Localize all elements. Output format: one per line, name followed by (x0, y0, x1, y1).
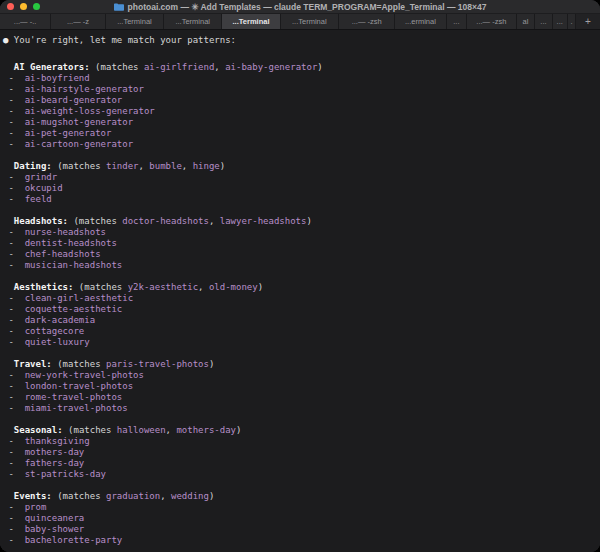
list-item: - miami-travel-photos (3, 403, 594, 414)
list-item: - grindr (3, 172, 594, 183)
tab-label: al (521, 17, 531, 26)
tab-terminal[interactable]: ...— -zsh (339, 14, 395, 29)
tab-terminal[interactable]: ... (447, 14, 468, 29)
matches-label: (matches (52, 359, 106, 369)
tab-terminal[interactable]: ...erminal (395, 14, 446, 29)
list-item: - chef-headshots (3, 249, 594, 260)
list-item: - rome-travel-photos (3, 392, 594, 403)
tab-label: ... (451, 17, 461, 26)
match-pattern: ai-baby-generator (225, 62, 317, 72)
list-marker: - (3, 326, 25, 336)
list-item-text: baby-shower (25, 524, 85, 534)
list-item: - ai-pet-generator (3, 128, 594, 139)
list-item: - thanksgiving (3, 436, 594, 447)
list-item-text: ai-hairstyle-generator (25, 84, 144, 94)
match-pattern: hinge (193, 161, 220, 171)
tab-label: ...Terminal (290, 17, 329, 26)
list-marker: - (3, 238, 25, 248)
tab-terminal[interactable]: al (517, 14, 536, 29)
tab-label: . (568, 17, 574, 26)
list-item: - fathers-day (3, 458, 594, 469)
list-item-text: ai-boyfriend (25, 73, 90, 83)
match-pattern: halloween (117, 425, 166, 435)
tab-terminal[interactable]: ... (535, 14, 552, 29)
intro-text: You're right, let me match your patterns… (14, 35, 236, 45)
category-section: Seasonal: (matches halloween, mothers-da… (3, 425, 594, 480)
list-item: - baby-shower (3, 524, 594, 535)
list-item-text: feeld (25, 194, 52, 204)
match-pattern: ai-girlfriend (144, 62, 214, 72)
list-marker: - (3, 524, 25, 534)
list-item-text: miami-travel-photos (25, 403, 128, 413)
tab-label: ...— -z (65, 17, 91, 26)
minimize-button[interactable] (20, 3, 27, 10)
list-item: - ai-hairstyle-generator (3, 84, 594, 95)
section-header: Dating: (matches tinder, bumble, hinge) (3, 161, 594, 172)
list-item-text: fathers-day (25, 458, 85, 468)
tab-terminal[interactable]: ...— -zsh (467, 14, 516, 29)
list-item-text: okcupid (25, 183, 63, 193)
list-item: - okcupid (3, 183, 594, 194)
list-item: - cottagecore (3, 326, 594, 337)
list-marker: - (3, 469, 25, 479)
tab-label: ...— -zsh (350, 17, 384, 26)
tab-bar: ...— -.....— -z...Terminal...Terminal...… (0, 14, 600, 30)
match-pattern: tinder (106, 161, 139, 171)
tab-terminal[interactable]: ...Terminal (281, 14, 339, 29)
zoom-button[interactable] (33, 3, 40, 10)
terminal-content[interactable]: ● You're right, let me match your patter… (0, 30, 600, 552)
list-marker: - (3, 183, 25, 193)
list-item-text: mothers-day (25, 447, 85, 457)
tab-terminal[interactable]: ...— -z (51, 14, 106, 29)
list-item: - bachelorette-party (3, 535, 594, 546)
list-marker: - (3, 447, 25, 457)
list-item-text: dark-academia (25, 315, 95, 325)
list-item-text: london-travel-photos (25, 381, 133, 391)
list-item-text: bachelorette-party (25, 535, 123, 545)
list-item-text: quinceanera (25, 513, 85, 523)
matches-label: (matches (73, 282, 127, 292)
list-item-text: ai-weight-loss-generator (25, 106, 155, 116)
category-section: Aesthetics: (matches y2k-aesthetic, old-… (3, 282, 594, 348)
section-title: Headshots: (14, 216, 68, 226)
tab-label: ...— -.. (12, 17, 39, 26)
new-tab-button[interactable]: + (576, 14, 600, 29)
section-title: Travel: (14, 359, 52, 369)
section-header: AI Generators: (matches ai-girlfriend, a… (3, 62, 594, 73)
list-item: - clean-girl-aesthetic (3, 293, 594, 304)
list-item: - musician-headshots (3, 260, 594, 271)
tab-terminal-active[interactable]: ...Terminal (222, 14, 280, 29)
list-item: - london-travel-photos (3, 381, 594, 392)
list-marker: - (3, 293, 25, 303)
close-button[interactable] (7, 3, 14, 10)
list-item-text: coquette-aesthetic (25, 304, 123, 314)
window-title-text: photoai.com — ✳ Add Templates — claude T… (128, 2, 487, 12)
list-item-text: thanksgiving (25, 436, 90, 446)
list-item: - ai-cartoon-generator (3, 139, 594, 150)
tabs-strip: ...— -.....— -z...Terminal...Terminal...… (0, 14, 576, 29)
tab-terminal[interactable]: ...Terminal (106, 14, 164, 29)
list-item-text: musician-headshots (25, 260, 123, 270)
tab-label: ...— -zsh (474, 17, 508, 26)
list-marker: - (3, 513, 25, 523)
list-marker: - (3, 139, 25, 149)
list-item-text: ai-mugshot-generator (25, 117, 133, 127)
list-marker: - (3, 403, 25, 413)
list-marker: - (3, 304, 25, 314)
tab-terminal[interactable]: ...Terminal (164, 14, 222, 29)
tab-terminal[interactable]: ...— -.. (0, 14, 51, 29)
tab-terminal[interactable]: ... (553, 14, 568, 29)
titlebar[interactable]: photoai.com — ✳ Add Templates — claude T… (0, 0, 600, 14)
section-title: Dating: (14, 161, 52, 171)
list-item-text: ai-beard-generator (25, 95, 123, 105)
tab-terminal[interactable]: . (568, 14, 576, 29)
list-marker: - (3, 95, 25, 105)
list-marker: - (3, 172, 25, 182)
list-marker: - (3, 315, 25, 325)
matches-label: (matches (63, 425, 117, 435)
list-item-text: ai-cartoon-generator (25, 139, 133, 149)
list-item-text: ai-pet-generator (25, 128, 112, 138)
list-item-text: dentist-headshots (25, 238, 117, 248)
category-section: Dating: (matches tinder, bumble, hinge) … (3, 161, 594, 205)
list-marker: - (3, 84, 25, 94)
